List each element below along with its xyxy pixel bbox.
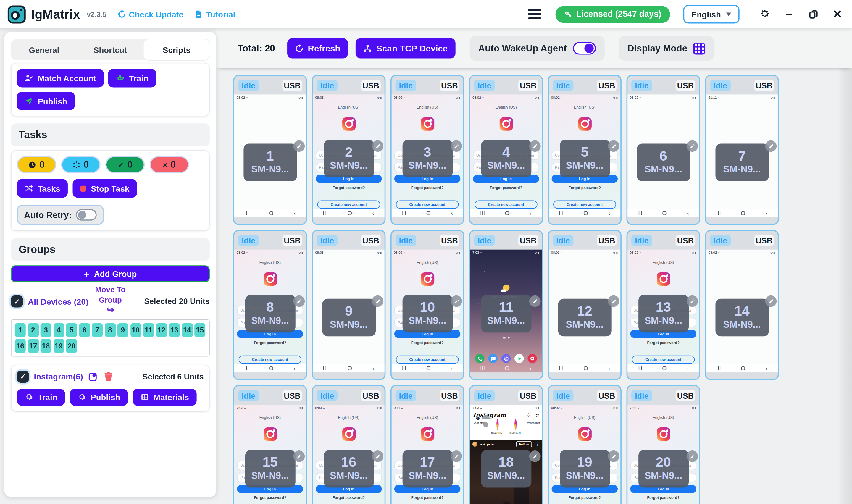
device-chip[interactable]: 15 (194, 323, 205, 337)
window-close-button[interactable]: ✕ (830, 7, 844, 21)
tab-general[interactable]: General (11, 39, 77, 60)
device-card[interactable]: IdleUSB7:03 ∞⊘▮Instagram♡+Your storymr.a… (469, 385, 543, 504)
device-chip[interactable]: 18 (40, 339, 52, 353)
check-update-link[interactable]: Check Update (117, 10, 183, 19)
device-card[interactable]: IdleUSB08:02 ∞⊘▮English (US)Username, em… (469, 75, 543, 225)
device-card[interactable]: IdleUSB08:03 ∞⊘▮12SM-N9...‹ (548, 230, 621, 380)
edit-device-button[interactable] (372, 450, 383, 462)
language-select[interactable]: English (683, 5, 739, 24)
edit-device-button[interactable] (372, 140, 383, 152)
delete-group-button[interactable] (103, 371, 114, 381)
edit-device-button[interactable] (765, 295, 777, 307)
settings-gear-button[interactable] (758, 7, 772, 21)
device-chip[interactable]: 12 (156, 323, 167, 337)
group-train-button[interactable]: Train (17, 389, 65, 406)
edit-device-button[interactable] (293, 140, 305, 152)
device-chip[interactable]: 1 (15, 323, 26, 337)
device-chip[interactable]: 7 (92, 323, 103, 337)
task-counters: 0 0 ✓ 0 × 0 (17, 156, 203, 173)
publish-button[interactable]: Publish (17, 92, 75, 110)
edit-device-button[interactable] (372, 295, 383, 307)
device-card[interactable]: IdleUSB08:02 ∞⊘▮6SM-N9...‹ (627, 75, 700, 225)
add-group-button[interactable]: + Add Group (11, 265, 210, 282)
edit-device-button[interactable] (687, 140, 698, 152)
device-card[interactable]: IdleUSB8:03 ∞⊘▮English (US)Username, ema… (312, 385, 385, 504)
edit-device-button[interactable] (293, 295, 305, 307)
all-devices-label[interactable]: All Devices (20) (28, 297, 88, 306)
stop-task-button[interactable]: Stop Task (73, 179, 137, 198)
post-avatar (472, 442, 477, 447)
auto-wakeup-toggle[interactable] (573, 42, 596, 54)
menu-icon[interactable] (528, 9, 541, 19)
train-button[interactable]: Train (108, 69, 156, 88)
edit-device-button[interactable] (687, 450, 698, 462)
tab-scripts[interactable]: Scripts (144, 39, 210, 60)
all-devices-checkbox[interactable]: ✓ (11, 295, 23, 308)
edit-device-button[interactable] (451, 140, 462, 152)
group-materials-button[interactable]: Materials (133, 389, 197, 406)
device-chip[interactable]: 20 (66, 339, 77, 353)
device-chip[interactable]: 11 (143, 323, 154, 337)
license-badge[interactable]: Licensed (2547 days) (555, 6, 670, 22)
device-card[interactable]: IdleUSB08:02 ∞⊘▮1SM-N9...‹ (233, 75, 307, 225)
window-restore-button[interactable] (806, 7, 820, 21)
device-card[interactable]: IdleUSB08:02 ∞⊘▮14SM-N9...‹ (705, 230, 779, 380)
device-card[interactable]: IdleUSB08:02 ∞⊘▮English (US)Username, em… (548, 75, 621, 225)
move-to-group-button[interactable]: Move To Group ↪ (90, 283, 131, 316)
device-card[interactable]: IdleUSB7:03 ∞⊘▮English (US)Username, ema… (627, 385, 700, 504)
device-card[interactable]: IdleUSB08:02 ∞⊘▮English (US)Username, em… (391, 75, 464, 225)
tab-shortcut[interactable]: Shortcut (77, 39, 144, 60)
device-card[interactable]: IdleUSB08:03 ∞⊘▮English (US)Username, em… (312, 75, 385, 225)
device-chip[interactable]: 9 (117, 323, 128, 337)
device-card[interactable]: IdleUSB08:03 ∞⊘▮9SM-N9...‹ (312, 230, 385, 380)
device-card[interactable]: IdleUSB9:11 ∞⊘▮English (US)Username, ema… (391, 385, 464, 504)
edit-device-button[interactable] (529, 295, 541, 307)
instagram-group-label[interactable]: Instagram(6) (34, 372, 83, 381)
edit-device-button[interactable] (293, 450, 305, 462)
device-chip[interactable]: 13 (169, 323, 180, 337)
display-grid-icon[interactable] (693, 42, 705, 54)
scroll-gutter[interactable] (838, 68, 852, 504)
device-number: 14 (718, 303, 766, 319)
device-chip[interactable]: 5 (66, 323, 77, 337)
window-minimize-button[interactable]: – (782, 7, 796, 21)
device-chip[interactable]: 14 (182, 323, 193, 337)
device-card[interactable]: IdleUSB7:03 ∞⊘▮Tap for weather info11SM-… (469, 230, 543, 380)
edit-device-button[interactable] (451, 450, 462, 462)
edit-group-button[interactable] (88, 371, 98, 381)
tasks-button[interactable]: Tasks (17, 179, 68, 198)
edit-device-button[interactable] (529, 450, 541, 462)
device-chip[interactable]: 17 (28, 339, 38, 353)
edit-device-button[interactable] (687, 295, 698, 307)
device-model: SM-N9... (324, 319, 373, 330)
device-chip[interactable]: 19 (53, 339, 64, 353)
more-icon: ⋮ (536, 442, 540, 446)
device-chip[interactable]: 6 (79, 323, 90, 337)
match-account-button[interactable]: Match Account (17, 69, 104, 88)
device-card[interactable]: IdleUSB08:02 ∞⊘▮English (US)Username, em… (627, 230, 700, 380)
edit-device-button[interactable] (765, 140, 777, 152)
edit-device-button[interactable] (451, 295, 462, 307)
group-publish-button[interactable]: Publish (70, 389, 128, 406)
tutorial-link[interactable]: Tutorial (194, 10, 235, 19)
device-card[interactable]: IdleUSB08:02 ∞⊘▮English (US)Username, em… (548, 385, 621, 504)
edit-device-button[interactable] (608, 295, 619, 307)
device-card[interactable]: IdleUSB08:02 ∞⊘▮English (US)Username, em… (233, 230, 307, 380)
device-chip[interactable]: 3 (40, 323, 52, 337)
device-card[interactable]: IdleUSB21:11 ∞⊘▮7SM-N9...‹ (705, 75, 779, 225)
device-card[interactable]: IdleUSB08:02 ∞⊘▮English (US)Username, em… (391, 230, 464, 380)
gear-icon (759, 8, 771, 20)
device-chip[interactable]: 16 (15, 339, 26, 353)
edit-device-button[interactable] (608, 450, 619, 462)
device-chip[interactable]: 10 (130, 323, 141, 337)
auto-retry-toggle[interactable] (76, 209, 97, 221)
device-chip[interactable]: 4 (53, 323, 64, 337)
edit-device-button[interactable] (608, 140, 619, 152)
refresh-button[interactable]: Refresh (287, 38, 348, 58)
edit-device-button[interactable] (529, 140, 541, 152)
device-card[interactable]: IdleUSB7:03 ∞⊘▮English (US)Username, ema… (233, 385, 307, 504)
device-chip[interactable]: 2 (28, 323, 38, 337)
scan-tcp-button[interactable]: Scan TCP Device (356, 38, 455, 58)
instagram-group-checkbox[interactable]: ✓ (17, 371, 29, 383)
device-chip[interactable]: 8 (105, 323, 116, 337)
